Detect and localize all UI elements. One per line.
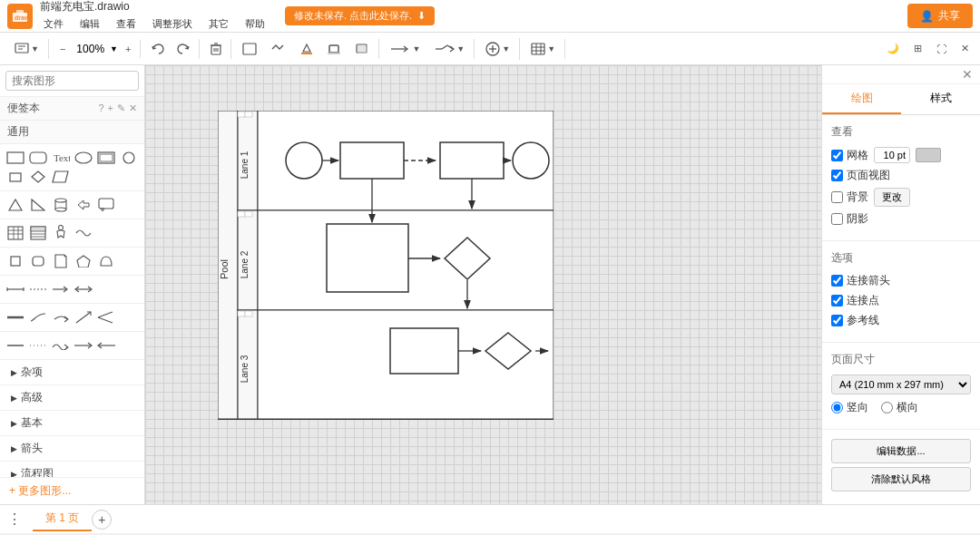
shadow-label[interactable]: 阴影 [831,211,868,227]
shape-dot-dash[interactable] [28,337,48,354]
redo-button[interactable] [172,39,195,59]
line-style-button[interactable] [266,39,291,59]
shape-arrow-curved[interactable] [51,309,71,326]
page-tab-1[interactable]: 第 1 页 [33,507,92,531]
portrait-label[interactable]: 竖向 [831,400,868,415]
grid-value-input[interactable] [874,147,910,163]
shape-back-arrow[interactable] [96,337,116,354]
tab-style[interactable]: 样式 [901,84,980,114]
change-background-button[interactable]: 更改 [874,188,910,207]
landscape-label[interactable]: 横向 [881,400,918,415]
close-right-panel-button[interactable]: ✕ [958,67,976,82]
shape-rounded-small[interactable] [28,253,48,269]
guidelines-label[interactable]: 参考线 [831,313,879,328]
shape-line1[interactable] [5,281,25,297]
section-basics[interactable]: 便签本 ? + ✎ ✕ [0,97,144,121]
shape-diamond[interactable] [28,169,48,185]
shape-rectangle[interactable] [5,150,25,166]
menu-adjust[interactable]: 调整形状 [149,15,196,33]
edit-data-button[interactable]: 编辑数据... [831,439,971,463]
category-advanced[interactable]: ▶ 高级 [0,385,144,411]
connect-points-checkbox[interactable] [831,295,843,306]
zoom-out-button[interactable]: − [54,40,71,58]
connect-arrows-label[interactable]: 连接箭头 [831,273,890,288]
canvas-area[interactable]: Pool Lane 1 Lane 2 Lane 3 [145,65,821,504]
shape-double-arrow[interactable] [96,309,116,326]
section-general[interactable]: 通用 [0,121,144,144]
shadow-checkbox[interactable] [831,213,843,225]
shape-right-triangle[interactable] [28,197,48,213]
page-view-label[interactable]: 页面视图 [831,168,890,183]
shape-list[interactable] [28,225,48,241]
connection-style-button[interactable]: ▼ [385,39,426,59]
shape-note[interactable] [51,253,71,269]
menu-other[interactable]: 其它 [205,15,232,33]
shape-wave[interactable] [51,337,71,354]
add-icon[interactable]: + [108,102,113,114]
shape-table-grid[interactable] [5,225,25,241]
shape-thick-line[interactable] [5,309,25,326]
category-arrows[interactable]: ▶ 箭头 [0,436,144,462]
category-misc[interactable]: ▶ 杂项 [0,360,144,385]
search-input[interactable] [5,71,139,91]
category-flowchart[interactable]: ▶ 流程图 [0,462,144,477]
shape-square-small[interactable] [5,253,25,269]
page-view-checkbox[interactable] [831,170,843,181]
landscape-radio[interactable] [881,402,893,413]
clear-style-button[interactable]: 清除默认风格 [831,467,971,491]
fill-style-button[interactable] [237,39,262,59]
close-basics-icon[interactable]: ✕ [129,102,137,114]
shape-callout[interactable] [96,197,116,213]
diagram-pool[interactable]: Pool Lane 1 Lane 2 Lane 3 [218,111,554,431]
shape-person[interactable] [51,225,71,241]
shape-ellipse[interactable] [74,150,93,166]
portrait-radio[interactable] [831,402,843,413]
category-basic[interactable]: ▶ 基本 [0,411,144,436]
help-icon[interactable]: ? [98,102,103,114]
shape-arrows[interactable] [74,197,93,213]
menu-file[interactable]: 文件 [40,15,67,33]
fit-button[interactable]: ⊞ [908,39,927,58]
shape-curved[interactable] [74,225,93,241]
shape-circle[interactable] [119,150,139,166]
menu-help[interactable]: 帮助 [241,15,269,33]
grid-label[interactable]: 网格 [831,148,868,163]
share-button[interactable]: 👤 共享 [907,4,973,28]
shape-double-rect[interactable] [96,150,116,166]
tab-diagram[interactable]: 绘图 [822,84,901,114]
grid-checkbox[interactable] [831,150,843,161]
shape-bidirectional[interactable] [74,281,93,297]
menu-view[interactable]: 查看 [113,15,140,33]
shape-half-circle[interactable] [96,253,116,269]
shape-rounded-rect[interactable] [28,150,48,166]
shape-triangle[interactable] [5,197,25,213]
background-label[interactable]: 背景 [831,190,868,205]
format-button[interactable]: ▼ [9,39,44,59]
shape-pentagon[interactable] [74,253,93,269]
stroke-color-button[interactable] [322,39,346,59]
insert-button[interactable]: ▼ [480,38,515,60]
shape-diagonal[interactable] [74,309,93,326]
table-button[interactable]: ▼ [525,39,561,59]
shape-long-arrow[interactable] [74,337,93,354]
shape-cylinder[interactable] [51,197,71,213]
zoom-in-button[interactable]: + [120,40,136,58]
shadow-button[interactable] [349,39,375,59]
page-size-select[interactable]: A4 (210 mm x 297 mm) [831,374,971,394]
background-checkbox[interactable] [831,191,843,203]
undo-button[interactable] [146,39,170,59]
waypoint-style-button[interactable]: ▼ [429,39,470,59]
connect-points-label[interactable]: 连接点 [831,293,879,308]
bottom-more-button[interactable]: ⋮ [0,511,29,528]
shape-dotted-line[interactable] [28,281,48,297]
shape-separator[interactable] [5,337,25,354]
shape-arrow-line[interactable] [51,281,71,297]
shape-text[interactable]: Text [51,150,71,166]
delete-button[interactable] [205,39,227,59]
grid-color-swatch[interactable] [916,148,941,162]
guidelines-checkbox[interactable] [831,315,843,326]
shape-curve-s[interactable] [28,309,48,326]
close-panel-button[interactable]: ✕ [956,39,975,58]
more-shapes-button[interactable]: + 更多图形... [0,477,144,504]
menu-edit[interactable]: 编辑 [76,15,103,33]
